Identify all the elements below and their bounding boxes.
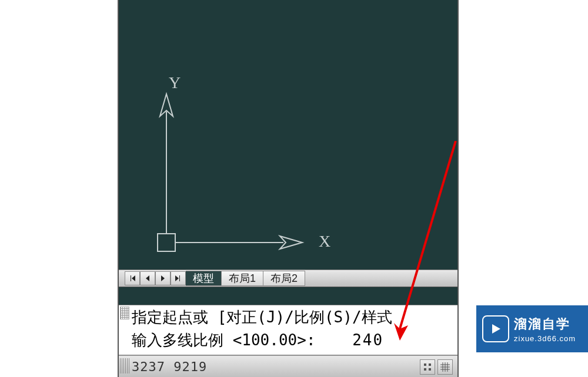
tab-nav-prev-button[interactable] xyxy=(140,271,155,285)
svg-rect-11 xyxy=(424,363,426,366)
svg-marker-10 xyxy=(179,275,180,281)
watermark-url: zixue.3d66.com xyxy=(514,334,576,343)
tab-layout1[interactable]: 布局1 xyxy=(222,271,263,286)
tab-nav-last-button[interactable] xyxy=(171,271,186,285)
svg-rect-12 xyxy=(429,363,431,366)
svg-rect-0 xyxy=(158,234,175,251)
cad-application-window: Y X 模型 布局1 布局2 指定起点或 [对正(J)/比例(S)/样式 输入多… xyxy=(118,0,459,377)
svg-marker-8 xyxy=(161,275,165,281)
status-grip-icon xyxy=(120,358,129,373)
play-icon xyxy=(482,315,509,342)
grid-toggle-icon[interactable] xyxy=(437,359,453,375)
layout-tabs-bar: 模型 布局1 布局2 xyxy=(119,270,457,287)
svg-marker-6 xyxy=(132,275,135,281)
tab-nav-next-button[interactable] xyxy=(155,271,171,285)
watermark-badge: 溜溜自学 zixue.3d66.com xyxy=(476,305,588,352)
tab-nav-first-button[interactable] xyxy=(125,271,140,285)
command-grip-icon[interactable] xyxy=(120,307,129,319)
svg-marker-23 xyxy=(492,324,500,334)
status-icons-group xyxy=(420,359,453,375)
svg-marker-7 xyxy=(146,275,149,281)
status-coordinates: 3237 9219 xyxy=(132,359,207,374)
status-bar: 3237 9219 xyxy=(119,355,457,377)
x-axis-label: X xyxy=(319,232,330,251)
command-window[interactable]: 指定起点或 [对正(J)/比例(S)/样式 输入多线比例 <100.00>: 2… xyxy=(119,305,457,355)
ucs-origin-icon xyxy=(154,76,330,264)
tab-layout2[interactable]: 布局2 xyxy=(263,271,305,286)
svg-rect-13 xyxy=(424,368,426,371)
svg-marker-9 xyxy=(175,275,179,281)
y-axis-label: Y xyxy=(169,73,181,92)
command-input-value[interactable]: 240 xyxy=(352,331,383,349)
command-history-line: 指定起点或 [对正(J)/比例(S)/样式 xyxy=(132,307,457,328)
watermark-title: 溜溜自学 xyxy=(514,315,576,333)
snap-toggle-icon[interactable] xyxy=(420,359,435,375)
command-prompt-text: 输入多线比例 <100.00>: xyxy=(132,331,316,349)
command-prompt-line: 输入多线比例 <100.00>: 240 xyxy=(132,330,457,351)
tab-model[interactable]: 模型 xyxy=(186,271,222,286)
svg-marker-5 xyxy=(131,275,131,281)
drawing-canvas[interactable]: Y X xyxy=(119,0,457,282)
svg-rect-14 xyxy=(429,368,431,371)
